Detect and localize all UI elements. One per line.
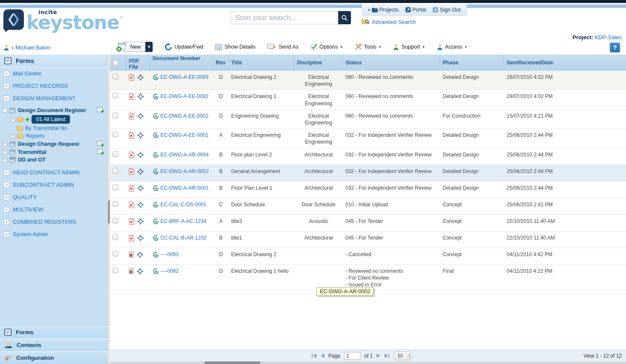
column-header-sentreceiveddate[interactable]: SentReceivedDate <box>504 55 626 71</box>
expand-icon[interactable]: › <box>3 71 9 77</box>
history-icon[interactable]: H <box>153 132 159 139</box>
column-header-document-number[interactable]: Document Number <box>150 55 213 71</box>
table-row[interactable]: H EC-BRF-A-AC-1234 A title3 Acoustic 045… <box>110 215 626 231</box>
column-header-discipline[interactable]: Discipline <box>294 55 343 71</box>
locate-crosshair-icon[interactable] <box>137 185 144 191</box>
search-input[interactable] <box>231 11 338 24</box>
show-details-button[interactable]: Show Details <box>215 44 255 50</box>
sidebar-section-item[interactable]: › System Admin <box>0 228 107 240</box>
column-header-title[interactable]: Title <box>229 55 294 71</box>
expand-icon[interactable]: + <box>3 150 7 154</box>
pdf-file-icon[interactable] <box>129 74 134 81</box>
pdf-file-icon[interactable] <box>129 185 134 191</box>
expand-icon[interactable]: + <box>3 142 7 146</box>
row-checkbox[interactable] <box>113 168 118 173</box>
panel-contacts[interactable]: Contacts <box>0 338 107 351</box>
column-header-phase[interactable]: Phase <box>440 55 504 71</box>
tree-item-transmittal[interactable]: + Transmittal <box>3 148 107 156</box>
sidebar-nav-item[interactable]: › Mail Centre <box>0 67 107 80</box>
sidebar-section-item[interactable]: › QUALITY <box>0 191 107 203</box>
history-icon[interactable]: H <box>153 202 159 208</box>
sidebar-nav-item[interactable]: › DESIGN MANAGEMENT <box>0 92 107 104</box>
update-fwd-button[interactable]: Update/Fwd <box>165 43 203 51</box>
expand-icon[interactable]: › <box>3 170 9 176</box>
expand-icon[interactable]: › <box>3 194 9 200</box>
document-number-link[interactable]: EC-DWG-A-EE-0001 <box>160 132 209 139</box>
document-number-link[interactable]: EC-DWG-A-AR-0004 <box>160 151 209 158</box>
expand-icon[interactable]: + <box>3 158 7 162</box>
locate-crosshair-icon[interactable] <box>137 235 144 241</box>
locate-crosshair-icon[interactable] <box>137 168 144 175</box>
history-icon[interactable]: H <box>153 168 159 175</box>
table-row[interactable]: H EC-DWG-A-EE-0002 D Engineering Drawing… <box>110 110 626 129</box>
help-button[interactable]: ? <box>610 43 620 52</box>
document-number-link[interactable]: EC-DWG-A-EE-0093 <box>160 74 209 81</box>
tree-item-dd-and-ot[interactable]: + DD and OT <box>3 156 107 164</box>
panel-configuration[interactable]: Configuration <box>0 351 107 364</box>
column-header-rev[interactable]: Rev <box>213 55 229 71</box>
row-checkbox[interactable] <box>113 268 118 273</box>
sidebar-section-item[interactable]: › SUBCONTRACT ADMIN <box>0 179 107 191</box>
row-checkbox[interactable] <box>113 218 118 223</box>
locate-crosshair-icon[interactable] <box>137 152 144 158</box>
locate-crosshair-icon[interactable] <box>137 202 144 208</box>
history-icon[interactable]: H <box>153 113 159 119</box>
document-number-link[interactable]: CC-CAL-B-AR-1232 <box>160 234 206 241</box>
row-checkbox[interactable] <box>113 132 118 137</box>
sidebar-section-item[interactable]: › COMBINED REGISTERS <box>0 216 107 228</box>
support-menu-button[interactable]: Support ▾ <box>393 43 424 50</box>
table-row[interactable]: H EC-DWG-A-AR-0002 B General Arrangement… <box>110 165 626 182</box>
page-number-input[interactable] <box>344 352 360 360</box>
tree-item-design-document-register[interactable]: − Design Document Register <box>3 106 107 114</box>
row-checkbox[interactable] <box>113 74 118 79</box>
document-number-link[interactable]: EC-DWG-A-AR-0002 <box>160 168 209 175</box>
page-size-select[interactable]: 50 ▲▼ <box>394 352 412 360</box>
current-user[interactable]: › Michael Baker <box>3 44 50 51</box>
history-icon[interactable]: H <box>153 235 159 241</box>
table-row[interactable]: H EC-DWG-A-AR-0001 B Floor Plan Level 1 … <box>110 182 626 198</box>
tree-item-reports[interactable]: + Reports <box>3 132 107 140</box>
horizontal-scrollbar[interactable] <box>110 361 626 364</box>
select-all-checkbox[interactable] <box>113 60 118 66</box>
locate-crosshair-icon[interactable] <box>137 132 144 139</box>
document-number-link[interactable]: ----0092 <box>160 268 179 274</box>
row-checkbox[interactable] <box>113 151 118 157</box>
history-icon[interactable]: H <box>153 152 159 158</box>
document-number-link[interactable]: EC-CAL-C-DS-0001 <box>160 201 206 208</box>
history-icon[interactable]: H <box>153 268 159 274</box>
expand-icon[interactable]: + <box>10 134 15 139</box>
sign-out-link[interactable]: Sign Out <box>433 7 461 13</box>
add-record-icon[interactable] <box>97 107 104 113</box>
locate-crosshair-icon[interactable] <box>137 74 144 81</box>
collapse-icon[interactable]: − <box>3 108 7 113</box>
scrollbar-thumb[interactable] <box>205 361 260 364</box>
new-dropdown-button[interactable]: ▼ <box>145 42 153 52</box>
panel-forms[interactable]: Forms <box>0 326 107 338</box>
table-row[interactable]: H ----0092 D Electrical Drawing 1 hello … <box>110 265 626 291</box>
pdf-file-icon[interactable] <box>129 235 134 241</box>
add-record-icon[interactable] <box>97 141 104 147</box>
portal-link[interactable]: Portal <box>406 7 426 13</box>
projects-link[interactable]: ▾ Projects <box>368 7 399 13</box>
last-page-button[interactable] <box>384 353 390 358</box>
document-number-link[interactable]: EC-DWG-A-EE-0092 <box>160 93 209 100</box>
table-row[interactable]: H EC-DWG-A-AR-0004 B Floor plan Level 2 … <box>110 148 626 165</box>
tree-item-design-change-request[interactable]: + Design Change Request <box>3 140 107 148</box>
pdf-file-icon[interactable] <box>129 218 134 225</box>
table-row[interactable]: H EC-DWG-A-EE-0093 D Electrical Drawing … <box>110 71 626 90</box>
pdf-file-icon[interactable] <box>129 93 134 100</box>
tree-item-01-all-latest[interactable]: + 01 All Latest <box>3 114 107 124</box>
tree-label-selected[interactable]: 01 All Latest <box>32 115 70 124</box>
next-page-button[interactable] <box>377 353 380 358</box>
document-number-link[interactable]: EC-DWG-A-AR-0001 <box>160 185 209 191</box>
expand-icon[interactable]: + <box>10 117 15 122</box>
table-row[interactable]: H ----0093 D Electrical Drawing 2 - Canc… <box>110 248 626 265</box>
add-record-icon[interactable] <box>97 149 104 155</box>
expand-icon[interactable]: › <box>3 182 9 188</box>
no-pdf-file-icon[interactable] <box>129 268 134 274</box>
row-checkbox[interactable] <box>113 234 118 240</box>
tools-menu-button[interactable]: Tools ▾ <box>354 43 381 50</box>
expand-icon[interactable]: › <box>3 83 9 89</box>
locate-crosshair-icon[interactable] <box>137 251 143 258</box>
sidebar-section-item[interactable]: › HEAD CONTRACT ADMIN <box>0 166 107 179</box>
